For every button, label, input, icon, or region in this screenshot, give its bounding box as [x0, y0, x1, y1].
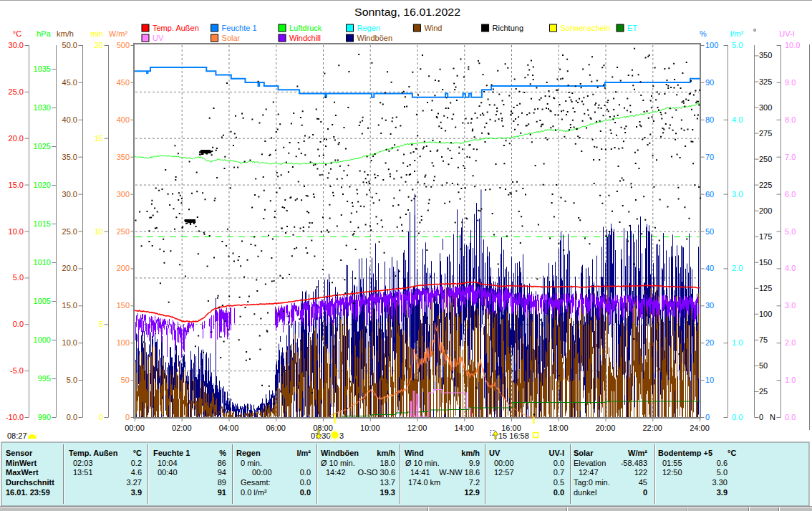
svg-text:90: 90	[705, 78, 714, 87]
svg-text:20.0: 20.0	[62, 264, 77, 272]
svg-text:1025: 1025	[34, 142, 51, 151]
svg-text:0 min.: 0 min.	[241, 459, 262, 467]
svg-text:175: 175	[759, 232, 772, 241]
svg-text:Luftdruck: Luftdruck	[289, 24, 322, 32]
svg-text:%: %	[700, 29, 707, 38]
svg-text:Solar: Solar	[574, 449, 594, 457]
svg-text:06:00: 06:00	[266, 424, 286, 432]
svg-text:60: 60	[705, 190, 714, 199]
svg-text:3.9: 3.9	[717, 488, 728, 497]
svg-text:14:42: 14:42	[326, 468, 346, 477]
svg-text:3.30: 3.30	[712, 478, 728, 487]
svg-text:0.5: 0.5	[554, 478, 564, 487]
svg-text:25: 25	[759, 387, 768, 396]
svg-text:MinWert: MinWert	[6, 459, 37, 467]
svg-text:Elevation: Elevation	[574, 459, 606, 467]
svg-text:1030: 1030	[34, 103, 51, 112]
svg-text:-10.0: -10.0	[6, 413, 24, 421]
svg-text:0: 0	[99, 413, 103, 421]
svg-text:Solar: Solar	[222, 34, 241, 42]
svg-text:00:00: 00:00	[125, 424, 145, 432]
svg-text:0: 0	[705, 413, 710, 421]
svg-text:-58.483: -58.483	[621, 459, 647, 467]
svg-text:°: °	[753, 27, 756, 36]
svg-text:2.0: 2.0	[785, 338, 796, 347]
svg-text:Regen: Regen	[236, 449, 261, 457]
svg-text:N: N	[770, 413, 775, 421]
svg-text:Gesamt:: Gesamt:	[241, 478, 271, 487]
svg-text:00:40: 00:40	[158, 468, 178, 477]
svg-text:91: 91	[218, 488, 226, 497]
svg-text:02:00: 02:00	[172, 424, 192, 432]
svg-text:500: 500	[117, 41, 130, 49]
svg-text:50: 50	[121, 376, 130, 384]
svg-text:5.0: 5.0	[732, 41, 743, 49]
svg-text:0.0: 0.0	[300, 468, 311, 477]
svg-text:Feuchte 1: Feuchte 1	[222, 24, 257, 32]
svg-text:0.0: 0.0	[300, 488, 311, 497]
svg-text:3.0: 3.0	[785, 301, 796, 310]
svg-text:ET: ET	[627, 24, 637, 32]
svg-text:24:00: 24:00	[690, 424, 710, 432]
svg-text:12:57: 12:57	[494, 468, 514, 477]
svg-text:0: 0	[125, 413, 130, 421]
svg-text:350: 350	[117, 153, 130, 161]
svg-text:14:00: 14:00	[454, 424, 474, 432]
svg-text:W/m²: W/m²	[109, 29, 128, 38]
svg-text:5: 5	[99, 320, 103, 328]
svg-text:94: 94	[218, 468, 226, 477]
svg-text:122: 122	[634, 468, 647, 477]
svg-text:20:00: 20:00	[596, 424, 616, 432]
svg-text:325: 325	[759, 77, 772, 86]
svg-text:3.9: 3.9	[131, 488, 142, 497]
svg-text:l/m²: l/m²	[730, 29, 744, 38]
svg-text:10.0: 10.0	[785, 41, 800, 49]
svg-text:15 16:58: 15 16:58	[498, 431, 529, 440]
svg-text:13:51: 13:51	[73, 468, 93, 477]
svg-text:100: 100	[759, 310, 772, 318]
svg-text:0.0: 0.0	[67, 413, 77, 421]
svg-text:12.9: 12.9	[465, 488, 480, 497]
svg-text:25.0: 25.0	[9, 87, 24, 96]
svg-text:15.0: 15.0	[9, 181, 24, 189]
svg-text:Regen: Regen	[357, 24, 380, 32]
svg-text:50.0: 50.0	[62, 41, 77, 49]
svg-text:10:04: 10:04	[158, 459, 178, 467]
svg-text:Richtung: Richtung	[493, 24, 523, 32]
svg-text:19.3: 19.3	[380, 488, 395, 497]
svg-text:Temp. Außen: Temp. Außen	[153, 24, 199, 32]
svg-text:Wind: Wind	[424, 24, 442, 32]
svg-text:225: 225	[759, 181, 772, 189]
svg-text:350: 350	[759, 51, 772, 59]
svg-text:40: 40	[705, 264, 714, 272]
svg-text:30: 30	[705, 301, 714, 310]
svg-text:12:47: 12:47	[579, 468, 599, 477]
svg-text:18.0: 18.0	[380, 459, 395, 467]
svg-text:0.0: 0.0	[300, 478, 311, 487]
svg-text:02:03: 02:03	[73, 459, 93, 467]
svg-text:1020: 1020	[34, 181, 51, 189]
svg-text:174.0 km: 174.0 km	[408, 478, 440, 487]
svg-text:Windchill: Windchill	[289, 34, 321, 42]
svg-text:8.0: 8.0	[785, 115, 796, 124]
svg-text:275: 275	[759, 129, 772, 138]
svg-text:Ø 10 min.: Ø 10 min.	[321, 459, 355, 467]
svg-text:UV: UV	[153, 34, 164, 42]
svg-text:0: 0	[759, 413, 763, 421]
svg-text:0.0 l/m²: 0.0 l/m²	[241, 488, 267, 497]
svg-text:3.0: 3.0	[732, 190, 743, 199]
svg-text:O-SO 30.6: O-SO 30.6	[357, 468, 395, 477]
svg-text:4.0: 4.0	[785, 264, 796, 272]
svg-text:1035: 1035	[34, 65, 51, 73]
svg-text:100: 100	[705, 41, 718, 49]
svg-text:%: %	[219, 449, 226, 457]
svg-text:990: 990	[38, 413, 51, 421]
svg-text:150: 150	[759, 258, 772, 267]
svg-text:Sonntag, 16.01.2022: Sonntag, 16.01.2022	[354, 6, 460, 18]
svg-text:0.0: 0.0	[554, 459, 564, 467]
svg-text:4.0: 4.0	[732, 115, 743, 124]
svg-text:W/m²: W/m²	[628, 449, 647, 457]
svg-text:250: 250	[117, 227, 130, 236]
svg-text:12:00: 12:00	[407, 424, 427, 432]
svg-text:1000: 1000	[34, 335, 51, 344]
